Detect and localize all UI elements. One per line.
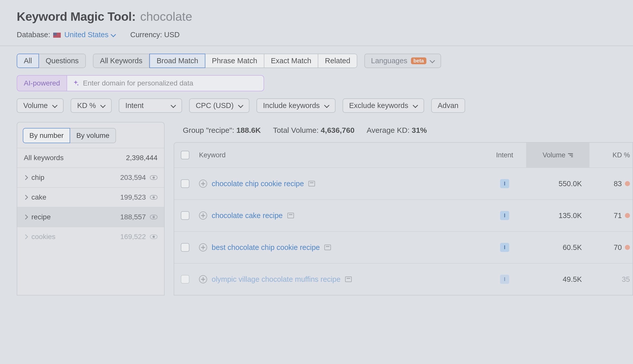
scope-toggle: All Questions bbox=[17, 54, 86, 68]
tab-related[interactable]: Related bbox=[318, 54, 357, 68]
chevron-down-icon bbox=[238, 103, 243, 108]
row-checkbox[interactable] bbox=[181, 211, 189, 220]
tab-broad-match[interactable]: Broad Match bbox=[149, 54, 205, 68]
summary-kd-value: 31% bbox=[412, 126, 427, 134]
volume-value: 49.5K bbox=[526, 275, 589, 284]
filter-cpc[interactable]: CPC (USD) bbox=[189, 98, 249, 113]
sidebar-all-label: All keywords bbox=[24, 154, 64, 162]
sidebar-group-count: 188,557 bbox=[120, 213, 146, 221]
sidebar-group-cake[interactable]: cake199,523 bbox=[17, 187, 164, 207]
summary-group-label: Group "recipe": bbox=[183, 126, 234, 134]
serp-icon[interactable] bbox=[345, 276, 352, 282]
volume-value: 135.0K bbox=[526, 211, 589, 220]
database-selector[interactable]: United States bbox=[64, 31, 115, 39]
match-toggle: All Keywords Broad Match Phrase Match Ex… bbox=[93, 54, 358, 68]
tab-all[interactable]: All bbox=[17, 54, 39, 68]
filter-advanced-label: Advan bbox=[438, 101, 459, 110]
sort-by-volume[interactable]: By volume bbox=[70, 128, 116, 143]
row-checkbox[interactable] bbox=[181, 179, 189, 188]
tab-phrase-match[interactable]: Phrase Match bbox=[205, 54, 264, 68]
languages-label: Languages bbox=[371, 57, 407, 65]
sidebar-group-name: cookies bbox=[31, 233, 55, 241]
sidebar-group-recipe[interactable]: recipe188,557 bbox=[17, 207, 164, 227]
row-checkbox[interactable] bbox=[181, 243, 189, 252]
intent-badge: I bbox=[500, 179, 509, 188]
chevron-right-icon bbox=[23, 215, 28, 220]
table-row: chocolate chip cookie recipeI550.0K83 bbox=[174, 167, 632, 199]
col-intent[interactable]: Intent bbox=[483, 151, 526, 159]
ai-domain-input-wrap[interactable] bbox=[67, 75, 264, 91]
tab-exact-match[interactable]: Exact Match bbox=[264, 54, 319, 68]
sidebar-group-chip[interactable]: chip203,594 bbox=[17, 167, 164, 187]
chevron-down-icon bbox=[430, 59, 434, 63]
serp-icon[interactable] bbox=[324, 245, 331, 250]
col-keyword[interactable]: Keyword bbox=[197, 151, 483, 159]
currency-label: Currency: USD bbox=[130, 31, 180, 39]
sidebar-group-count: 199,523 bbox=[120, 193, 146, 201]
eye-icon[interactable] bbox=[150, 215, 157, 219]
keywords-table: Keyword Intent Volume KD % chocolate chi… bbox=[174, 142, 633, 295]
chevron-down-icon bbox=[324, 103, 329, 108]
page-title: Keyword Magic Tool: bbox=[17, 10, 136, 24]
select-all-checkbox[interactable] bbox=[181, 151, 189, 159]
sidebar-group-count: 203,594 bbox=[120, 174, 146, 182]
add-keyword-icon[interactable] bbox=[199, 243, 207, 251]
row-checkbox[interactable] bbox=[181, 275, 189, 284]
sort-by-number[interactable]: By number bbox=[23, 128, 70, 143]
beta-badge: beta bbox=[411, 57, 426, 64]
filter-kd[interactable]: KD % bbox=[71, 98, 112, 113]
col-kd[interactable]: KD % bbox=[589, 151, 632, 159]
keyword-link[interactable]: chocolate cake recipe bbox=[212, 211, 283, 220]
table-header: Keyword Intent Volume KD % bbox=[174, 143, 632, 167]
serp-icon[interactable] bbox=[287, 213, 294, 218]
sidebar-group-count: 169,522 bbox=[120, 233, 146, 241]
chevron-down-icon bbox=[413, 103, 418, 108]
add-keyword-icon[interactable] bbox=[199, 275, 207, 283]
sidebar-group-name: recipe bbox=[31, 213, 51, 221]
filter-intent[interactable]: Intent bbox=[119, 98, 182, 113]
filter-advanced[interactable]: Advan bbox=[431, 98, 465, 113]
intent-badge: I bbox=[500, 275, 509, 284]
database-country: United States bbox=[64, 31, 108, 39]
volume-value: 550.0K bbox=[526, 180, 589, 188]
add-keyword-icon[interactable] bbox=[199, 211, 207, 220]
chevron-right-icon bbox=[23, 195, 28, 200]
keyword-link[interactable]: olympic village chocolate muffins recipe bbox=[212, 275, 341, 284]
col-volume-label: Volume bbox=[543, 151, 565, 159]
ai-domain-input[interactable] bbox=[83, 76, 257, 91]
tab-questions[interactable]: Questions bbox=[39, 54, 86, 68]
summary-total-label: Total Volume: bbox=[273, 126, 319, 134]
filter-kd-label: KD % bbox=[77, 101, 96, 110]
sidebar-group-cookies[interactable]: cookies169,522 bbox=[17, 227, 164, 246]
chevron-down-icon bbox=[52, 103, 57, 108]
chevron-down-icon bbox=[101, 103, 105, 108]
languages-dropdown[interactable]: Languages beta bbox=[364, 54, 441, 68]
filter-volume[interactable]: Volume bbox=[17, 98, 64, 113]
col-volume[interactable]: Volume bbox=[526, 143, 589, 167]
filter-include-keywords[interactable]: Include keywords bbox=[256, 98, 335, 113]
keyword-groups-sidebar: By number By volume All keywords 2,398,4… bbox=[17, 122, 165, 295]
tab-all-keywords[interactable]: All Keywords bbox=[93, 54, 150, 68]
kd-value: 70 bbox=[614, 243, 622, 252]
database-label: Database: bbox=[17, 31, 50, 39]
eye-icon[interactable] bbox=[150, 175, 157, 180]
add-keyword-icon[interactable] bbox=[199, 180, 207, 188]
summary-group-value: 188.6K bbox=[236, 126, 261, 134]
table-row: olympic village chocolate muffins recipe… bbox=[174, 263, 632, 295]
filter-include-label: Include keywords bbox=[263, 101, 320, 110]
sort-desc-icon bbox=[568, 153, 573, 157]
eye-icon[interactable] bbox=[150, 234, 157, 239]
intent-badge: I bbox=[500, 211, 509, 220]
kd-value: 83 bbox=[614, 180, 622, 188]
page-query: chocolate bbox=[140, 10, 192, 24]
chevron-down-icon bbox=[171, 103, 175, 108]
keyword-link[interactable]: best chocolate chip cookie recipe bbox=[212, 243, 320, 252]
serp-icon[interactable] bbox=[308, 181, 315, 186]
keyword-link[interactable]: chocolate chip cookie recipe bbox=[212, 180, 304, 188]
eye-icon[interactable] bbox=[150, 195, 157, 200]
sidebar-all-keywords[interactable]: All keywords 2,398,444 bbox=[17, 148, 164, 167]
chevron-right-icon bbox=[23, 175, 28, 180]
sidebar-group-name: cake bbox=[31, 193, 46, 201]
summary-total-value: 4,636,760 bbox=[321, 126, 354, 134]
filter-exclude-keywords[interactable]: Exclude keywords bbox=[343, 98, 424, 113]
